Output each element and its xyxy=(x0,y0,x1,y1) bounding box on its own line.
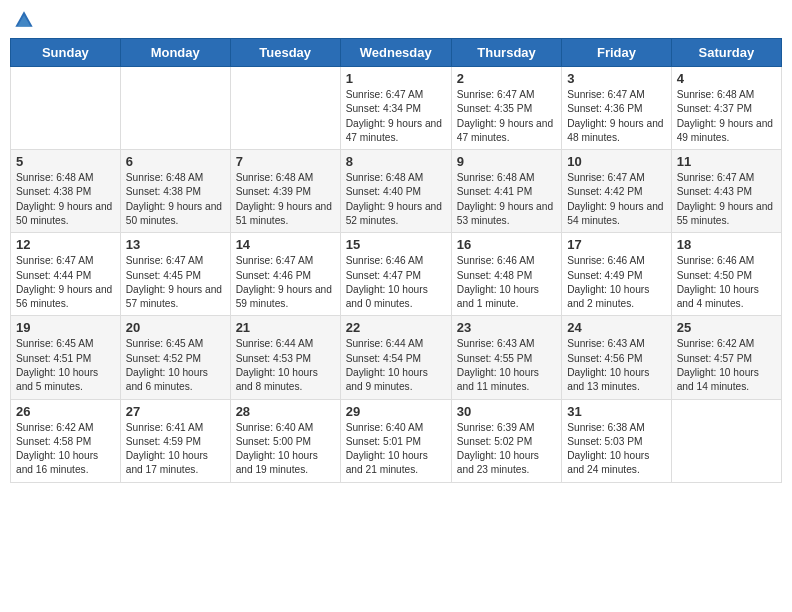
calendar-cell: 22Sunrise: 6:44 AM Sunset: 4:54 PM Dayli… xyxy=(340,316,451,399)
day-header-wednesday: Wednesday xyxy=(340,39,451,67)
calendar-cell xyxy=(11,67,121,150)
day-info: Sunrise: 6:46 AM Sunset: 4:50 PM Dayligh… xyxy=(677,254,776,311)
day-number: 24 xyxy=(567,320,665,335)
day-number: 10 xyxy=(567,154,665,169)
day-number: 11 xyxy=(677,154,776,169)
calendar-week-row: 12Sunrise: 6:47 AM Sunset: 4:44 PM Dayli… xyxy=(11,233,782,316)
day-number: 6 xyxy=(126,154,225,169)
day-info: Sunrise: 6:40 AM Sunset: 5:01 PM Dayligh… xyxy=(346,421,446,478)
day-number: 17 xyxy=(567,237,665,252)
calendar-cell: 16Sunrise: 6:46 AM Sunset: 4:48 PM Dayli… xyxy=(451,233,561,316)
calendar-cell: 31Sunrise: 6:38 AM Sunset: 5:03 PM Dayli… xyxy=(562,399,671,482)
day-info: Sunrise: 6:47 AM Sunset: 4:36 PM Dayligh… xyxy=(567,88,665,145)
calendar-cell: 26Sunrise: 6:42 AM Sunset: 4:58 PM Dayli… xyxy=(11,399,121,482)
calendar-cell: 15Sunrise: 6:46 AM Sunset: 4:47 PM Dayli… xyxy=(340,233,451,316)
calendar-cell: 20Sunrise: 6:45 AM Sunset: 4:52 PM Dayli… xyxy=(120,316,230,399)
day-header-friday: Friday xyxy=(562,39,671,67)
day-info: Sunrise: 6:47 AM Sunset: 4:44 PM Dayligh… xyxy=(16,254,115,311)
day-info: Sunrise: 6:44 AM Sunset: 4:54 PM Dayligh… xyxy=(346,337,446,394)
day-number: 13 xyxy=(126,237,225,252)
calendar-cell: 21Sunrise: 6:44 AM Sunset: 4:53 PM Dayli… xyxy=(230,316,340,399)
calendar-cell: 5Sunrise: 6:48 AM Sunset: 4:38 PM Daylig… xyxy=(11,150,121,233)
calendar-header-row: SundayMondayTuesdayWednesdayThursdayFrid… xyxy=(11,39,782,67)
day-info: Sunrise: 6:42 AM Sunset: 4:57 PM Dayligh… xyxy=(677,337,776,394)
calendar-cell: 10Sunrise: 6:47 AM Sunset: 4:42 PM Dayli… xyxy=(562,150,671,233)
day-number: 19 xyxy=(16,320,115,335)
day-number: 12 xyxy=(16,237,115,252)
calendar-cell: 6Sunrise: 6:48 AM Sunset: 4:38 PM Daylig… xyxy=(120,150,230,233)
day-info: Sunrise: 6:48 AM Sunset: 4:38 PM Dayligh… xyxy=(16,171,115,228)
day-info: Sunrise: 6:45 AM Sunset: 4:51 PM Dayligh… xyxy=(16,337,115,394)
calendar-cell: 18Sunrise: 6:46 AM Sunset: 4:50 PM Dayli… xyxy=(671,233,781,316)
calendar-cell: 14Sunrise: 6:47 AM Sunset: 4:46 PM Dayli… xyxy=(230,233,340,316)
day-header-monday: Monday xyxy=(120,39,230,67)
calendar-week-row: 1Sunrise: 6:47 AM Sunset: 4:34 PM Daylig… xyxy=(11,67,782,150)
day-info: Sunrise: 6:44 AM Sunset: 4:53 PM Dayligh… xyxy=(236,337,335,394)
calendar-cell: 24Sunrise: 6:43 AM Sunset: 4:56 PM Dayli… xyxy=(562,316,671,399)
day-number: 20 xyxy=(126,320,225,335)
day-info: Sunrise: 6:48 AM Sunset: 4:38 PM Dayligh… xyxy=(126,171,225,228)
day-info: Sunrise: 6:39 AM Sunset: 5:02 PM Dayligh… xyxy=(457,421,556,478)
day-number: 4 xyxy=(677,71,776,86)
calendar-cell: 3Sunrise: 6:47 AM Sunset: 4:36 PM Daylig… xyxy=(562,67,671,150)
calendar-cell: 17Sunrise: 6:46 AM Sunset: 4:49 PM Dayli… xyxy=(562,233,671,316)
day-number: 21 xyxy=(236,320,335,335)
day-number: 1 xyxy=(346,71,446,86)
day-info: Sunrise: 6:43 AM Sunset: 4:56 PM Dayligh… xyxy=(567,337,665,394)
day-info: Sunrise: 6:45 AM Sunset: 4:52 PM Dayligh… xyxy=(126,337,225,394)
calendar-cell: 29Sunrise: 6:40 AM Sunset: 5:01 PM Dayli… xyxy=(340,399,451,482)
day-info: Sunrise: 6:47 AM Sunset: 4:43 PM Dayligh… xyxy=(677,171,776,228)
calendar-cell: 19Sunrise: 6:45 AM Sunset: 4:51 PM Dayli… xyxy=(11,316,121,399)
day-info: Sunrise: 6:41 AM Sunset: 4:59 PM Dayligh… xyxy=(126,421,225,478)
calendar-week-row: 19Sunrise: 6:45 AM Sunset: 4:51 PM Dayli… xyxy=(11,316,782,399)
day-info: Sunrise: 6:47 AM Sunset: 4:34 PM Dayligh… xyxy=(346,88,446,145)
day-number: 25 xyxy=(677,320,776,335)
day-info: Sunrise: 6:40 AM Sunset: 5:00 PM Dayligh… xyxy=(236,421,335,478)
day-info: Sunrise: 6:47 AM Sunset: 4:46 PM Dayligh… xyxy=(236,254,335,311)
day-number: 8 xyxy=(346,154,446,169)
calendar-week-row: 26Sunrise: 6:42 AM Sunset: 4:58 PM Dayli… xyxy=(11,399,782,482)
calendar-cell: 13Sunrise: 6:47 AM Sunset: 4:45 PM Dayli… xyxy=(120,233,230,316)
day-number: 22 xyxy=(346,320,446,335)
day-header-saturday: Saturday xyxy=(671,39,781,67)
day-number: 16 xyxy=(457,237,556,252)
day-header-sunday: Sunday xyxy=(11,39,121,67)
day-number: 9 xyxy=(457,154,556,169)
calendar-table: SundayMondayTuesdayWednesdayThursdayFrid… xyxy=(10,38,782,483)
day-info: Sunrise: 6:48 AM Sunset: 4:39 PM Dayligh… xyxy=(236,171,335,228)
calendar-cell: 8Sunrise: 6:48 AM Sunset: 4:40 PM Daylig… xyxy=(340,150,451,233)
day-number: 3 xyxy=(567,71,665,86)
logo xyxy=(14,10,36,30)
calendar-cell xyxy=(120,67,230,150)
day-info: Sunrise: 6:48 AM Sunset: 4:37 PM Dayligh… xyxy=(677,88,776,145)
day-number: 29 xyxy=(346,404,446,419)
day-info: Sunrise: 6:47 AM Sunset: 4:42 PM Dayligh… xyxy=(567,171,665,228)
day-number: 30 xyxy=(457,404,556,419)
day-info: Sunrise: 6:48 AM Sunset: 4:40 PM Dayligh… xyxy=(346,171,446,228)
page-header xyxy=(10,10,782,30)
day-number: 28 xyxy=(236,404,335,419)
day-info: Sunrise: 6:47 AM Sunset: 4:35 PM Dayligh… xyxy=(457,88,556,145)
calendar-cell: 2Sunrise: 6:47 AM Sunset: 4:35 PM Daylig… xyxy=(451,67,561,150)
calendar-cell: 7Sunrise: 6:48 AM Sunset: 4:39 PM Daylig… xyxy=(230,150,340,233)
day-info: Sunrise: 6:43 AM Sunset: 4:55 PM Dayligh… xyxy=(457,337,556,394)
day-info: Sunrise: 6:42 AM Sunset: 4:58 PM Dayligh… xyxy=(16,421,115,478)
calendar-week-row: 5Sunrise: 6:48 AM Sunset: 4:38 PM Daylig… xyxy=(11,150,782,233)
day-info: Sunrise: 6:46 AM Sunset: 4:48 PM Dayligh… xyxy=(457,254,556,311)
calendar-cell: 1Sunrise: 6:47 AM Sunset: 4:34 PM Daylig… xyxy=(340,67,451,150)
day-info: Sunrise: 6:46 AM Sunset: 4:47 PM Dayligh… xyxy=(346,254,446,311)
day-number: 18 xyxy=(677,237,776,252)
day-number: 7 xyxy=(236,154,335,169)
day-header-tuesday: Tuesday xyxy=(230,39,340,67)
day-info: Sunrise: 6:46 AM Sunset: 4:49 PM Dayligh… xyxy=(567,254,665,311)
day-number: 31 xyxy=(567,404,665,419)
calendar-cell: 28Sunrise: 6:40 AM Sunset: 5:00 PM Dayli… xyxy=(230,399,340,482)
calendar-cell: 30Sunrise: 6:39 AM Sunset: 5:02 PM Dayli… xyxy=(451,399,561,482)
day-number: 15 xyxy=(346,237,446,252)
day-info: Sunrise: 6:48 AM Sunset: 4:41 PM Dayligh… xyxy=(457,171,556,228)
logo-icon xyxy=(14,10,34,30)
day-number: 26 xyxy=(16,404,115,419)
calendar-cell: 4Sunrise: 6:48 AM Sunset: 4:37 PM Daylig… xyxy=(671,67,781,150)
calendar-cell xyxy=(671,399,781,482)
day-info: Sunrise: 6:38 AM Sunset: 5:03 PM Dayligh… xyxy=(567,421,665,478)
